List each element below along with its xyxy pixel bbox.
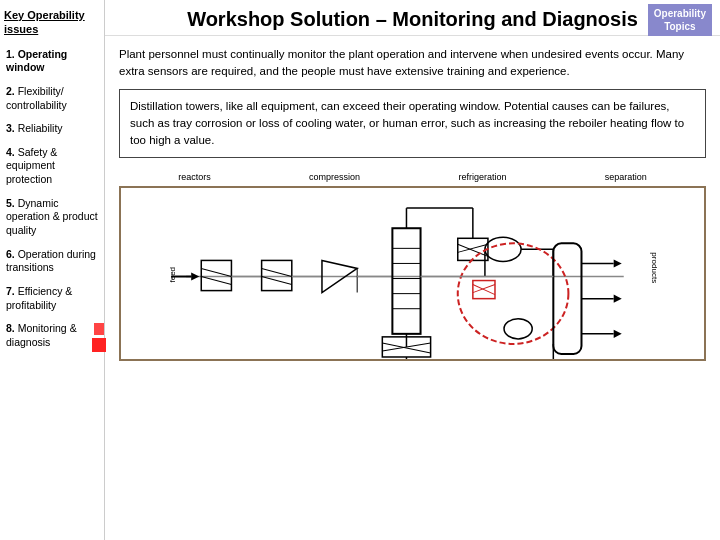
sidebar-title: Key Operability issues xyxy=(4,8,100,37)
sidebar-item-number-4: 4. xyxy=(6,146,18,158)
content-area: Plant personnel must continually monitor… xyxy=(105,36,720,540)
sidebar-item-reliability[interactable]: 3. Reliability xyxy=(4,121,100,137)
sidebar-item-dynamic[interactable]: 5. Dynamic operation & product quality xyxy=(4,196,100,239)
sidebar-item-number-3: 3. xyxy=(6,122,18,134)
svg-point-27 xyxy=(485,238,521,262)
products-label: products xyxy=(650,253,659,284)
svg-line-8 xyxy=(262,269,292,277)
feed-label: feed xyxy=(168,267,177,283)
diagram-column-labels: reactors compression refrigeration separ… xyxy=(119,170,706,184)
sidebar-item-efficiency[interactable]: 7. Efficiency & profitability xyxy=(4,284,100,313)
sidebar-item-number-1: 1. xyxy=(6,48,18,60)
label-reactors: reactors xyxy=(178,172,211,182)
svg-line-9 xyxy=(262,277,292,285)
main-content: Workshop Solution – Monitoring and Diagn… xyxy=(105,0,720,540)
process-diagram: feed products xyxy=(119,186,706,361)
sidebar-item-safety[interactable]: 4. Safety & equipment protection xyxy=(4,145,100,188)
sidebar-item-number-6: 6. xyxy=(6,248,18,260)
svg-marker-47 xyxy=(614,295,622,303)
paragraph-2-text: Distillation towers, like all equipment,… xyxy=(130,100,684,147)
page-header: Workshop Solution – Monitoring and Diagn… xyxy=(105,0,720,36)
badge-line2: Topics xyxy=(664,21,695,32)
sidebar-item-label-6: Operation during transitions xyxy=(6,248,96,274)
sidebar-item-number-5: 5. xyxy=(6,197,18,209)
process-diagram-area: reactors compression refrigeration separ… xyxy=(119,170,706,530)
svg-point-39 xyxy=(458,244,569,345)
sidebar-item-label-3: Reliability xyxy=(18,122,63,134)
paragraph-1: Plant personnel must continually monitor… xyxy=(119,46,706,81)
diagram-svg: feed products xyxy=(121,188,704,359)
sidebar: Key Operability issues 1. Operating wind… xyxy=(0,0,105,540)
page-title: Workshop Solution – Monitoring and Diagn… xyxy=(117,8,708,31)
label-compression: compression xyxy=(309,172,360,182)
svg-rect-24 xyxy=(458,239,488,261)
badge-line1: Operability xyxy=(654,8,706,19)
svg-point-50 xyxy=(504,319,532,339)
sidebar-item-transitions[interactable]: 6. Operation during transitions xyxy=(4,247,100,276)
sidebar-item-label-5: Dynamic operation & product quality xyxy=(6,197,98,236)
label-separation: separation xyxy=(605,172,647,182)
sidebar-item-number-7: 7. xyxy=(6,285,18,297)
label-refrigeration: refrigeration xyxy=(458,172,506,182)
sidebar-item-operating-window[interactable]: 1. Operating window xyxy=(4,47,100,76)
sidebar-item-monitoring[interactable]: 8. Monitoring & diagnosis xyxy=(4,321,100,350)
svg-marker-45 xyxy=(614,260,622,268)
active-indicator xyxy=(92,338,106,352)
sidebar-item-number-2: 2. xyxy=(6,85,18,97)
sidebar-item-number-8: 8. xyxy=(6,322,18,334)
svg-marker-2 xyxy=(191,273,199,281)
svg-line-4 xyxy=(201,269,231,277)
svg-marker-49 xyxy=(614,330,622,338)
svg-rect-15 xyxy=(392,228,420,334)
sidebar-item-flexibility[interactable]: 2. Flexibility/ controllability xyxy=(4,84,100,113)
operability-badge: Operability Topics xyxy=(648,4,712,36)
svg-line-5 xyxy=(201,277,231,285)
paragraph-2-box: Distillation towers, like all equipment,… xyxy=(119,89,706,159)
